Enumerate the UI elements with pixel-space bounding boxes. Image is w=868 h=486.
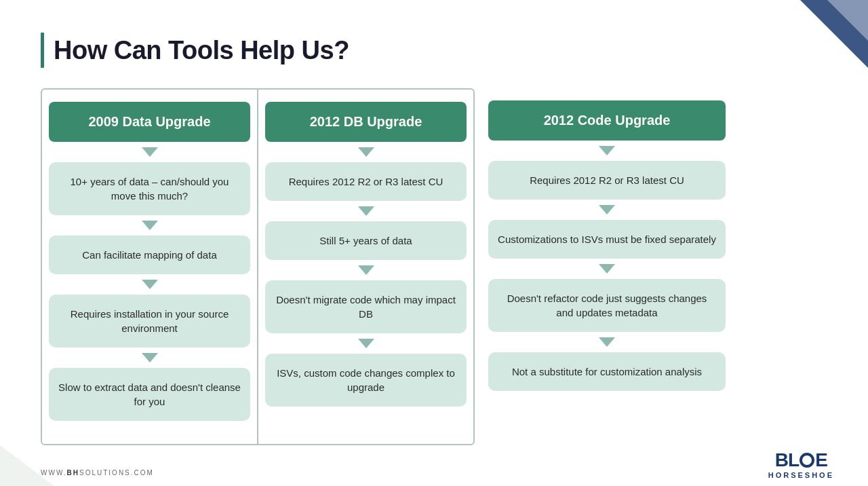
column-2012-db-upgrade: 2012 DB Upgrade Requires 2012 R2 or R3 l… xyxy=(258,90,473,444)
logo-blue: BLE xyxy=(775,451,827,470)
corner-decoration-bottom-left xyxy=(0,445,54,486)
footer-url-bold: BH xyxy=(67,469,79,476)
col3-item-2: Doesn't refactor code just suggests chan… xyxy=(488,279,726,332)
main-content: 2009 Data Upgrade 10+ years of data – ca… xyxy=(41,88,827,445)
col1-item-0: 10+ years of data – can/should you move … xyxy=(49,162,250,215)
column-2012-code-upgrade: 2012 Code Upgrade Requires 2012 R2 or R3… xyxy=(475,88,732,445)
col2-arrow-2 xyxy=(358,265,374,275)
col1-item-2: Requires installation in your source env… xyxy=(49,295,250,348)
page-title-section: How Can Tools Help Us? xyxy=(41,33,349,68)
col1-item-1: Can facilitate mapping of data xyxy=(49,236,250,274)
col3-arrow-2 xyxy=(599,264,615,274)
col2-item-1: Still 5+ years of data xyxy=(265,221,467,260)
col2-item-3: ISVs, custom code changes complex to upg… xyxy=(265,354,467,407)
col3-item-0: Requires 2012 R2 or R3 latest CU xyxy=(488,161,726,200)
column-2009-data-upgrade: 2009 Data Upgrade 10+ years of data – ca… xyxy=(42,90,258,444)
col3-arrow-0 xyxy=(599,146,615,155)
col1-arrow-0 xyxy=(142,147,158,157)
bordered-section: 2009 Data Upgrade 10+ years of data – ca… xyxy=(41,88,475,445)
col3-item-3: Not a substitute for customization analy… xyxy=(488,352,726,391)
footer: WWW.BHSOLUTIONS.COM xyxy=(41,469,154,476)
col2-item-0: Requires 2012 R2 or R3 latest CU xyxy=(265,162,467,201)
col3-arrow-1 xyxy=(599,205,615,214)
footer-url: WWW.BHSOLUTIONS.COM xyxy=(41,469,154,476)
title-accent-bar xyxy=(41,33,44,68)
col2-header: 2012 DB Upgrade xyxy=(265,102,467,142)
col2-item-2: Doesn't migrate code which may impact DB xyxy=(265,280,467,333)
col1-arrow-3 xyxy=(142,353,158,362)
logo-horseshoe: HORSESHOE xyxy=(768,471,834,479)
columns-wrapper: 2009 Data Upgrade 10+ years of data – ca… xyxy=(41,88,827,445)
svg-marker-2 xyxy=(0,445,54,486)
col2-arrow-0 xyxy=(358,147,374,157)
col1-arrow-1 xyxy=(142,221,158,230)
col2-arrow-3 xyxy=(358,339,374,348)
col1-arrow-2 xyxy=(142,280,158,289)
logo-wrapper: BLE HORSESHOE xyxy=(768,451,834,479)
col1-header: 2009 Data Upgrade xyxy=(49,102,250,142)
page-title: How Can Tools Help Us? xyxy=(54,36,349,65)
corner-decoration-top-right xyxy=(760,0,868,68)
col1-item-3: Slow to extract data and doesn't cleanse… xyxy=(49,368,250,421)
col2-arrow-1 xyxy=(358,206,374,216)
col3-header: 2012 Code Upgrade xyxy=(488,100,726,141)
col3-arrow-3 xyxy=(599,337,615,347)
logo-circle xyxy=(800,453,814,468)
col3-item-1: Customizations to ISVs must be fixed sep… xyxy=(488,220,726,259)
